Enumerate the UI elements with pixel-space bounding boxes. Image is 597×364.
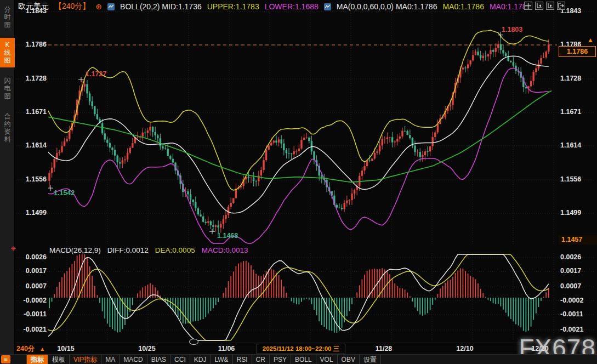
price-axis-label-left: 1.1671 <box>15 108 47 116</box>
price-annotation: 1.1468 <box>217 232 238 240</box>
tab-cci[interactable]: CCI <box>170 355 190 364</box>
price-axis-label-left: 1.1614 <box>15 141 47 149</box>
macd-axis-label-right: 0.0017 <box>560 267 581 275</box>
price-chart[interactable] <box>0 0 597 364</box>
trading-app-window: 分时图 K线图 闪电图 合约资料 ✳ 欧元美元 【240分】 ⊕ BOLL(20… <box>0 0 597 364</box>
tab-settings[interactable]: 设置 <box>360 355 381 364</box>
chart-tool-icons <box>524 2 565 10</box>
macd-axis-label-left: 0.0017 <box>15 267 47 275</box>
x-axis-label: 12/10 <box>448 345 481 352</box>
macd-axis-label-left: -0.0021 <box>15 326 47 333</box>
x-axis-label: 10/25 <box>130 345 163 352</box>
price-axis-label-left: 1.1786 <box>15 41 47 48</box>
macd-axis-label-right: -0.0011 <box>560 310 583 318</box>
tab-boll[interactable]: BOLL <box>291 355 316 364</box>
x-axis-label: 11/28 <box>367 345 400 352</box>
macd-axis-label-left: 0.0026 <box>15 253 47 261</box>
price-axis-label-left: 1.1728 <box>15 75 47 82</box>
ma-indicator-icon <box>324 3 331 10</box>
boll-lower-value: LOWER:1.1688 <box>265 2 319 11</box>
tab-vip-indicator[interactable]: VIP指标 <box>70 355 101 364</box>
tab-ma[interactable]: MA <box>101 355 120 364</box>
macd-axis-label-right: -0.0021 <box>560 326 583 333</box>
sidebar-item-label: 闪电图 <box>4 77 11 100</box>
boll-indicator-icon <box>107 3 115 10</box>
current-price-tag: 1.1786 <box>559 46 596 57</box>
macd-axis-label-right: -0.0002 <box>560 297 583 304</box>
price-axis-label-left: 1.1499 <box>15 209 47 217</box>
tab-kdj[interactable]: KDJ <box>190 355 211 364</box>
price-axis-label-left: 1.1556 <box>15 175 47 183</box>
macd-params: MACD(26,12,9) <box>49 246 101 254</box>
sidebar-item-kline-chart[interactable]: K线图 <box>0 38 15 67</box>
tab-psy[interactable]: PSY <box>270 355 291 364</box>
price-axis-label-right: 1.1556 <box>560 175 581 183</box>
boll-values: BOLL(20,2) MID:1.1736 <box>120 2 202 11</box>
sidebar-item-label: 合约资料 <box>4 112 11 143</box>
price-annotation: 1.1803 <box>502 26 522 33</box>
x-axis-label: 11/06 <box>210 345 243 352</box>
macd-axis-label-left: 0.0007 <box>15 282 47 290</box>
macd-bar-value: MACD:0.0013 <box>202 246 248 254</box>
sidebar-item-lightning-chart[interactable]: 闪电图 <box>0 73 15 103</box>
tab-template[interactable]: 模板 <box>48 355 70 364</box>
tab-cr[interactable]: CR <box>252 355 270 364</box>
macd-axis-label-left: -0.0011 <box>15 310 47 318</box>
add-compare-icon[interactable]: ⊕ <box>95 2 102 11</box>
chart-header: 欧元美元 【240分】 ⊕ BOLL(20,2) MID:1.1736 UPPE… <box>18 2 531 12</box>
price-annotation: 1.1727 <box>86 70 106 78</box>
symbol-name: 欧元美元 <box>18 2 49 12</box>
detach-pane-icon[interactable] <box>557 2 565 10</box>
period-selector-label: 240分 <box>16 344 35 354</box>
menu-icon[interactable]: ≡ <box>1 355 10 363</box>
price-up-arrow-icon: ▲ <box>587 36 594 44</box>
price-axis-label-right: 1.1728 <box>560 75 581 82</box>
sidebar-item-timeline-chart[interactable]: 分时图 <box>0 2 15 32</box>
price-annotation: 1.1542 <box>54 189 75 197</box>
shift-right-icon[interactable] <box>546 2 554 10</box>
shift-left-icon[interactable] <box>535 2 543 10</box>
x-axis-label: 10/15 <box>49 345 82 352</box>
macd-axis-label-left: -0.0002 <box>15 297 47 304</box>
crosshair-tool-icon[interactable] <box>524 2 532 10</box>
price-axis-label-right: 1.1614 <box>560 141 581 149</box>
period-selector[interactable]: 240分 ▲ <box>16 344 45 354</box>
macd-axis-label-right: 0.0026 <box>560 253 581 261</box>
macd-header: MACD(26,12,9) DIFF:0.0012 DEA:0.0005 MAC… <box>49 246 248 254</box>
tab-bias[interactable]: BIAS <box>147 355 170 364</box>
chart-type-sidebar: 分时图 K线图 闪电图 合约资料 <box>0 0 15 354</box>
sidebar-item-label: K线图 <box>4 41 11 64</box>
tab-vol[interactable]: VOL <box>316 355 338 364</box>
live-blink-icon: ✳ <box>10 245 16 253</box>
macd-dea-value: DEA:0.0005 <box>155 246 195 254</box>
period-label[interactable]: 【240分】 <box>54 2 90 12</box>
price-axis-label-right: 1.1671 <box>560 108 581 116</box>
range-low-tag: 1.1457 <box>559 235 597 244</box>
chevron-up-icon: ▲ <box>39 346 45 352</box>
price-axis-label-right: 1.1499 <box>560 209 581 217</box>
tab-lwr[interactable]: LW& <box>211 355 232 364</box>
ma-values: MA(0,0,0,60,0,0) MA0:1.1786 <box>337 2 437 11</box>
tab-indicator[interactable]: 指标 <box>26 355 48 364</box>
macd-diff-value: DIFF:0.0012 <box>107 246 149 254</box>
selected-bar-time-tag: 2025/11/12 18:00~22:00 三 <box>257 344 345 354</box>
scroll-handle[interactable] <box>189 339 198 345</box>
ma-value-yellow: MA0:1.1786 <box>442 2 484 11</box>
sidebar-item-contract-info[interactable]: 合约资料 <box>0 109 15 146</box>
macd-axis-label-right: 0.0007 <box>560 282 581 290</box>
tab-macd[interactable]: MACD <box>120 355 147 364</box>
tab-obv[interactable]: OBV <box>338 355 360 364</box>
tab-rsi[interactable]: RSI <box>233 355 252 364</box>
indicator-toolbar: 指标 模板 VIP指标 MA MACD BIAS CCI KDJ LW& RSI… <box>0 354 597 364</box>
sidebar-item-label: 分时图 <box>4 5 11 29</box>
boll-upper-value: UPPER:1.1783 <box>207 2 259 11</box>
